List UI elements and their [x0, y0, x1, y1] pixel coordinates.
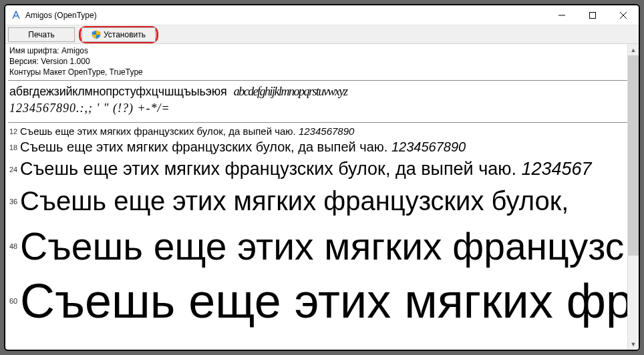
sample-text: Съешь еще этих мягких французс: [20, 224, 624, 268]
alphabet-regular: абвгдежзийклмнопрстуфхцчшщъыьэюя: [9, 85, 227, 98]
sample-row: 12 Съешь еще этих мягких французских бул…: [8, 125, 639, 137]
install-button-label: Установить: [104, 30, 146, 39]
maximize-button[interactable]: [577, 5, 608, 25]
sample-text: Съешь еще этих мягких французских булок,…: [20, 139, 466, 155]
sample-text: Съешь еще этих мягких французских булок,…: [20, 125, 354, 137]
size-label: 18: [9, 143, 20, 151]
scroll-down-button[interactable]: ▼: [628, 338, 639, 350]
digits-symbols-row: 1234567890.:,; ' " (!?) +-*/=: [8, 100, 639, 119]
titlebar: Amigos (OpenType): [5, 5, 639, 25]
divider: [8, 80, 639, 81]
alphabet-row: абвгдежзийклмнопрстуфхцчшщъыьэюя abcdefg…: [8, 83, 639, 100]
size-label: 36: [9, 198, 20, 206]
content-area: Имя шрифта: Amigos Версия: Version 1.000…: [5, 44, 639, 350]
font-version-line: Версия: Version 1.000: [8, 56, 639, 67]
vertical-scrollbar[interactable]: ▲ ▼: [627, 44, 639, 350]
sample-text: Съешь еще этих мягких французских булок,: [20, 186, 569, 216]
sample-row: 48 Съешь еще этих мягких французс: [8, 224, 639, 268]
sample-text: Съешь еще этих мягких французских булок,…: [20, 159, 592, 180]
uac-shield-icon: [92, 30, 101, 39]
sample-row: 18 Съешь еще этих мягких французских бул…: [8, 139, 639, 155]
size-label: 60: [9, 297, 20, 305]
svg-rect-1: [590, 12, 596, 18]
font-outline-line: Контуры Макет OpenType, TrueType: [8, 67, 639, 77]
window-title: Amigos (OpenType): [25, 11, 97, 20]
app-icon: [11, 10, 21, 21]
sample-row: 24 Съешь еще этих мягких французских бул…: [8, 159, 639, 180]
print-button[interactable]: Печать: [8, 27, 75, 42]
close-button[interactable]: [608, 5, 639, 25]
toolbar: Печать Установить: [5, 25, 639, 44]
size-label: 12: [9, 127, 20, 135]
minimize-button[interactable]: [546, 5, 577, 25]
font-preview-window: Amigos (OpenType) Печать: [4, 4, 640, 351]
sample-row: 36 Съешь еще этих мягких французских бул…: [8, 186, 639, 216]
sample-row: 60 Съешь еще этих мягких фр: [8, 274, 639, 328]
sample-text: Съешь еще этих мягких фр: [20, 274, 633, 328]
divider: [8, 122, 639, 123]
scroll-thumb[interactable]: [628, 55, 639, 256]
alphabet-italic: abcdefghijklmnopqrstuvwxyz: [234, 85, 347, 98]
install-highlight: Установить: [79, 26, 158, 43]
scroll-up-button[interactable]: ▲: [628, 44, 639, 55]
install-button[interactable]: Установить: [82, 27, 156, 42]
size-label: 24: [9, 165, 20, 173]
font-name-line: Имя шрифта: Amigos: [8, 45, 639, 56]
size-label: 48: [9, 242, 20, 250]
